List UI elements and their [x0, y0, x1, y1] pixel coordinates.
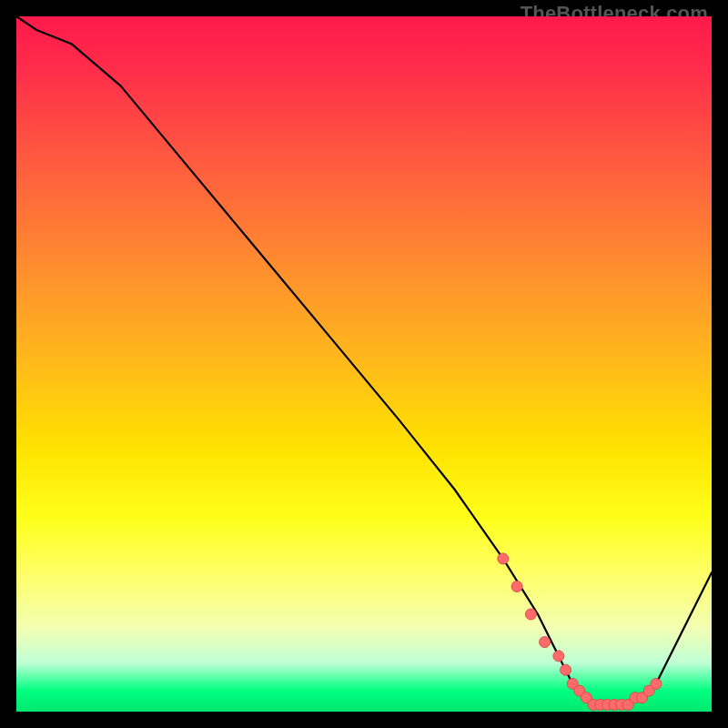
curve-marker [525, 609, 536, 620]
curve-markers [498, 553, 662, 711]
plot-area [16, 16, 712, 712]
curve-marker [651, 678, 662, 689]
curve-marker [561, 664, 571, 675]
curve-marker [498, 553, 509, 564]
chart-frame: TheBottleneck.com [0, 0, 728, 728]
curve-svg [16, 16, 712, 712]
curve-marker [553, 651, 564, 662]
bottleneck-curve [16, 16, 712, 704]
curve-marker [511, 581, 522, 592]
curve-marker [540, 637, 551, 648]
